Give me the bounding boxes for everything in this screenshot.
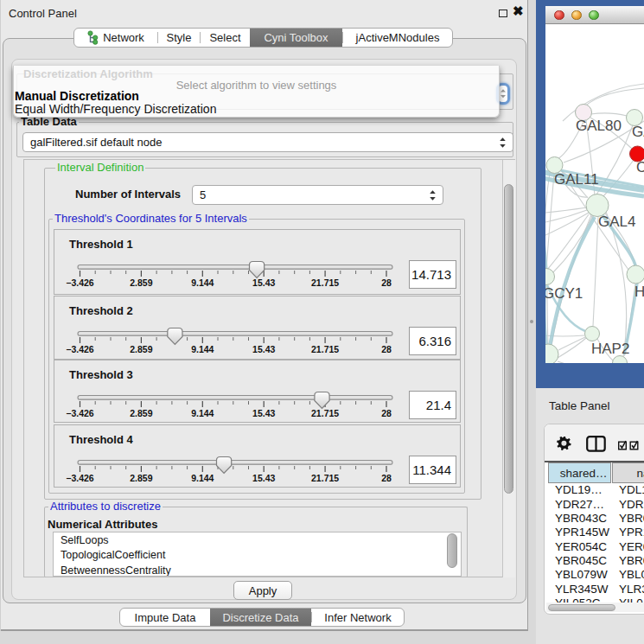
svg-text:GAL80: GAL80 <box>576 118 622 134</box>
svg-text:9.144: 9.144 <box>191 344 214 354</box>
svg-text:−3.426: −3.426 <box>66 408 94 418</box>
svg-text:2.859: 2.859 <box>130 344 152 354</box>
svg-text:21.715: 21.715 <box>311 408 339 418</box>
svg-text:C: C <box>636 159 644 175</box>
svg-text:15.43: 15.43 <box>252 408 275 418</box>
svg-text:GAL11: GAL11 <box>554 171 599 188</box>
svg-text:−3.426: −3.426 <box>66 277 94 288</box>
svg-text:2.859: 2.859 <box>130 277 152 288</box>
svg-text:GAL4: GAL4 <box>598 214 635 230</box>
svg-text:2.859: 2.859 <box>130 408 152 418</box>
svg-text:HAP2: HAP2 <box>591 341 629 357</box>
svg-text:21.715: 21.715 <box>311 344 339 354</box>
svg-text:28: 28 <box>381 344 392 354</box>
svg-text:28: 28 <box>381 408 392 418</box>
svg-text:28: 28 <box>381 277 392 288</box>
svg-text:21.715: 21.715 <box>311 277 339 288</box>
svg-text:9.144: 9.144 <box>191 277 214 288</box>
svg-text:−3.426: −3.426 <box>66 344 94 354</box>
svg-text:−3.426: −3.426 <box>66 473 94 483</box>
svg-text:15.43: 15.43 <box>252 344 275 354</box>
svg-text:GCY1: GCY1 <box>545 285 583 302</box>
svg-text:H: H <box>634 284 644 300</box>
svg-text:28: 28 <box>381 473 392 483</box>
svg-text:21.715: 21.715 <box>311 473 339 483</box>
svg-text:9.144: 9.144 <box>191 473 214 483</box>
svg-text:15.43: 15.43 <box>252 277 275 288</box>
svg-text:2.859: 2.859 <box>130 473 152 483</box>
svg-text:GA: GA <box>632 124 644 140</box>
svg-text:9.144: 9.144 <box>191 408 214 418</box>
svg-text:15.43: 15.43 <box>252 473 275 483</box>
